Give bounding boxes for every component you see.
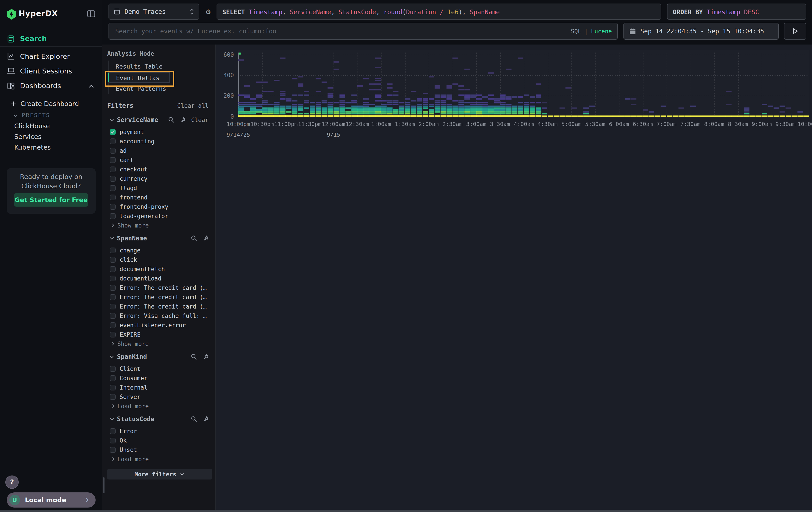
- filter-option-flagd[interactable]: flagd: [102, 183, 215, 193]
- create-dashboard-button[interactable]: Create Dashboard: [0, 99, 113, 109]
- preset-item-kubernetes[interactable]: Kubernetes: [0, 142, 117, 152]
- show-more-button[interactable]: Show more: [102, 339, 215, 348]
- load-more-button[interactable]: Load more: [102, 402, 215, 410]
- checkbox-unchecked[interactable]: [110, 366, 116, 372]
- pin-icon[interactable]: [180, 117, 186, 123]
- filter-option-documentfetch[interactable]: documentFetch: [102, 265, 215, 274]
- checkbox-unchecked[interactable]: [110, 247, 116, 253]
- checkbox-unchecked[interactable]: [110, 394, 116, 400]
- checkbox-unchecked[interactable]: [110, 322, 116, 328]
- checkbox-unchecked[interactable]: [110, 213, 116, 219]
- search-icon[interactable]: [191, 353, 197, 360]
- filter-option-error-the-credit-card-[interactable]: Error: The credit card (…: [102, 283, 215, 293]
- filter-option-checkout[interactable]: checkout: [102, 165, 215, 174]
- clear-all-button[interactable]: Clear all: [177, 102, 208, 109]
- checkbox-unchecked[interactable]: [110, 332, 116, 338]
- checkbox-unchecked[interactable]: [110, 313, 116, 319]
- more-filters-button[interactable]: More filters: [107, 469, 212, 480]
- filter-option-currency[interactable]: currency: [102, 174, 215, 183]
- sql-select-editor[interactable]: SELECT Timestamp, ServiceName, StatusCod…: [216, 4, 661, 20]
- filter-option-change[interactable]: change: [102, 246, 215, 255]
- checkbox-unchecked[interactable]: [110, 138, 116, 144]
- filter-option-click[interactable]: click: [102, 255, 215, 265]
- sidebar-item-client-sessions[interactable]: Client Sessions: [0, 64, 102, 78]
- checkbox-unchecked[interactable]: [110, 157, 116, 163]
- filter-option-payment[interactable]: payment: [102, 127, 215, 137]
- analysis-mode-option-results-table[interactable]: Results Table: [108, 61, 170, 71]
- filter-option-error-visa-cache-full-[interactable]: Error: Visa cache full: …: [102, 311, 215, 321]
- source-select[interactable]: Demo Traces: [109, 4, 199, 20]
- gear-icon[interactable]: ⚙: [204, 7, 212, 16]
- pin-icon[interactable]: [202, 235, 208, 241]
- chevron-down-icon[interactable]: [109, 236, 114, 241]
- checkbox-unchecked[interactable]: [110, 285, 116, 291]
- facet-name[interactable]: SpanKind: [117, 353, 147, 360]
- filter-option-eventlistener-error[interactable]: eventListener.error: [102, 321, 215, 330]
- facet-name[interactable]: SpanName: [117, 235, 147, 242]
- search-icon[interactable]: [168, 117, 174, 123]
- checkbox-checked[interactable]: [110, 129, 116, 135]
- mode-sql-toggle[interactable]: SQL: [571, 28, 581, 34]
- checkbox-unchecked[interactable]: [110, 428, 116, 434]
- facet-clear-button[interactable]: Clear: [191, 116, 208, 123]
- date-range-picker[interactable]: Sep 14 22:04:35 - Sep 15 10:04:35: [624, 23, 779, 39]
- chevron-down-icon[interactable]: [109, 416, 114, 422]
- checkbox-unchecked[interactable]: [110, 148, 116, 154]
- checkbox-unchecked[interactable]: [110, 266, 116, 272]
- show-more-button[interactable]: Show more: [102, 221, 215, 230]
- facet-name[interactable]: StatusCode: [117, 415, 154, 423]
- filter-option-unset[interactable]: Unset: [102, 445, 215, 455]
- search-input[interactable]: [114, 27, 571, 35]
- chevron-down-icon[interactable]: [109, 117, 114, 122]
- checkbox-unchecked[interactable]: [110, 204, 116, 210]
- preset-item-services[interactable]: Services: [0, 132, 117, 141]
- facet-name[interactable]: ServiceName: [117, 116, 158, 123]
- user-menu[interactable]: U Local mode: [7, 492, 96, 508]
- analysis-mode-option-event-deltas[interactable]: Event Deltas: [108, 72, 170, 83]
- search-icon[interactable]: [191, 235, 197, 241]
- get-started-button[interactable]: Get Started for Free: [14, 193, 88, 207]
- filter-option-error-the-credit-card-[interactable]: Error: The credit card (…: [102, 293, 215, 302]
- filter-option-frontend[interactable]: frontend: [102, 193, 215, 202]
- filter-option-ok[interactable]: Ok: [102, 436, 215, 445]
- checkbox-unchecked[interactable]: [110, 257, 116, 263]
- checkbox-unchecked[interactable]: [110, 447, 116, 453]
- sidebar-item-search[interactable]: Search: [0, 32, 102, 46]
- filter-option-accounting[interactable]: accounting: [102, 137, 215, 146]
- checkbox-unchecked[interactable]: [110, 438, 116, 443]
- horizontal-scrollbar[interactable]: [0, 510, 812, 512]
- checkbox-unchecked[interactable]: [110, 294, 116, 300]
- filter-option-load-generator[interactable]: load-generator: [102, 212, 215, 221]
- load-more-button[interactable]: Load more: [102, 455, 215, 463]
- filter-option-error[interactable]: Error: [102, 427, 215, 436]
- checkbox-unchecked[interactable]: [110, 185, 116, 191]
- preset-item-clickhouse[interactable]: ClickHouse: [0, 121, 117, 131]
- chevron-down-icon[interactable]: [109, 354, 114, 359]
- mode-lucene-toggle[interactable]: Lucene: [591, 28, 612, 34]
- checkbox-unchecked[interactable]: [110, 166, 116, 172]
- sidebar-item-dashboards[interactable]: Dashboards: [0, 79, 102, 93]
- checkbox-unchecked[interactable]: [110, 194, 116, 200]
- order-by-editor[interactable]: ORDER BY Timestamp DESC: [667, 4, 806, 20]
- pin-icon[interactable]: [202, 353, 208, 360]
- filter-option-client[interactable]: Client: [102, 364, 215, 374]
- presets-toggle[interactable]: PRESETS: [0, 110, 115, 120]
- filter-option-error-the-credit-card-[interactable]: Error: The credit card (…: [102, 302, 215, 311]
- checkbox-unchecked[interactable]: [110, 276, 116, 281]
- search-icon[interactable]: [191, 416, 197, 422]
- filter-option-ad[interactable]: ad: [102, 146, 215, 155]
- run-query-button[interactable]: [784, 23, 806, 39]
- collapse-sidebar-icon[interactable]: [86, 9, 96, 19]
- help-button[interactable]: ?: [5, 476, 19, 489]
- filter-option-cart[interactable]: cart: [102, 155, 215, 165]
- filter-option-expire[interactable]: EXPIRE: [102, 330, 215, 339]
- analysis-mode-option-event-patterns[interactable]: Event Patterns: [108, 84, 170, 93]
- filter-option-consumer[interactable]: Consumer: [102, 374, 215, 383]
- duration-heatmap-chart[interactable]: [238, 50, 809, 117]
- checkbox-unchecked[interactable]: [110, 375, 116, 381]
- sidebar-item-chart-explorer[interactable]: Chart Explorer: [0, 49, 102, 63]
- filter-option-documentload[interactable]: documentLoad: [102, 274, 215, 283]
- panel-scrollbar[interactable]: [103, 477, 105, 493]
- checkbox-unchecked[interactable]: [110, 176, 116, 182]
- filter-option-server[interactable]: Server: [102, 392, 215, 402]
